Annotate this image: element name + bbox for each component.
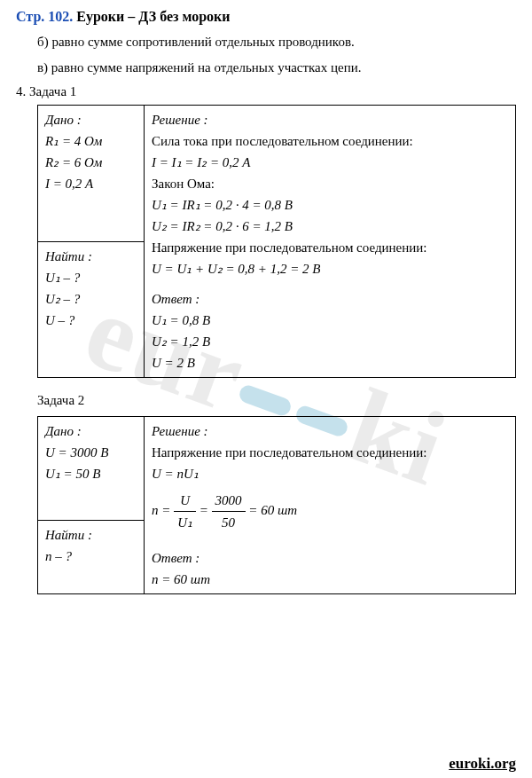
- solution-line: Напряжение при последовательном соединен…: [152, 237, 508, 258]
- frac-lead: n =: [152, 502, 174, 516]
- solution-line: Закон Ома:: [152, 173, 508, 194]
- task2-find-cell: Найти : n – ?: [38, 520, 145, 593]
- answer-header: Ответ :: [152, 547, 508, 569]
- fraction: 3000 50: [212, 490, 246, 533]
- fraction: U U₁: [174, 490, 196, 533]
- solution-line: I = I₁ = I₂ = 0,2 А: [152, 152, 508, 173]
- solution-line: U = U₁ + U₂ = 0,8 + 1,2 = 2 В: [152, 258, 508, 279]
- solution-line: Напряжение при последовательном соединен…: [152, 442, 508, 463]
- page-content: Стр. 102. Еуроки – ДЗ без мороки б) равн…: [0, 0, 532, 594]
- given-line: R₂ = 6 Ом: [45, 152, 137, 173]
- title-rest: Еуроки – ДЗ без мороки: [73, 9, 230, 24]
- frac-den: U₁: [174, 512, 196, 533]
- frac-num: U: [174, 490, 196, 512]
- task1-given-cell: Дано : R₁ = 4 Ом R₂ = 6 Ом I = 0,2 А: [38, 106, 145, 242]
- solution-header: Решение :: [152, 420, 508, 442]
- solution-header: Решение :: [152, 109, 508, 130]
- given-line: R₁ = 4 Ом: [45, 130, 137, 152]
- find-line: n – ?: [45, 546, 137, 567]
- frac-den: 50: [212, 512, 246, 533]
- title-page-ref: Стр. 102.: [16, 9, 73, 24]
- solution-line: U₂ = IR₂ = 0,2 · 6 = 1,2 В: [152, 216, 508, 237]
- solution-line: Сила тока при последовательном соединени…: [152, 130, 508, 152]
- given-header: Дано :: [45, 109, 137, 130]
- given-line: U = 3000 В: [45, 442, 137, 463]
- find-header: Найти :: [45, 246, 137, 267]
- frac-tail: = 60 шт: [248, 502, 297, 516]
- solution-fraction-line: n = U U₁ = 3000 50 = 60 шт: [152, 490, 508, 533]
- task2-table: Дано : U = 3000 В U₁ = 50 В Решение : На…: [37, 416, 516, 594]
- find-line: U – ?: [45, 310, 137, 331]
- solution-line: U₁ = IR₁ = 0,2 · 4 = 0,8 В: [152, 194, 508, 216]
- task2-solution-cell: Решение : Напряжение при последовательно…: [145, 416, 516, 593]
- solution-line: U = nU₁: [152, 463, 508, 484]
- page-title: Стр. 102. Еуроки – ДЗ без мороки: [16, 9, 516, 25]
- frac-eq: =: [200, 502, 212, 516]
- frac-num: 3000: [212, 490, 246, 512]
- find-header: Найти :: [45, 524, 137, 546]
- footer-link[interactable]: euroki.org: [449, 755, 516, 773]
- answer-b: б) равно сумме сопротивлений отдельных п…: [37, 32, 516, 52]
- answer-v: в) равно сумме напряжений на отдельных у…: [37, 58, 516, 78]
- given-line: I = 0,2 А: [45, 173, 137, 194]
- answer-header: Ответ :: [152, 288, 508, 310]
- task1-table: Дано : R₁ = 4 Ом R₂ = 6 Ом I = 0,2 А Реш…: [37, 105, 516, 378]
- task1-solution-cell: Решение : Сила тока при последовательном…: [145, 106, 516, 378]
- find-line: U₁ – ?: [45, 267, 137, 288]
- answer-line: U₁ = 0,8 В: [152, 310, 508, 331]
- find-line: U₂ – ?: [45, 288, 137, 310]
- given-line: U₁ = 50 В: [45, 463, 137, 484]
- task2-label: Задача 2: [37, 390, 516, 411]
- task1-label: 4. Задача 1: [16, 84, 516, 99]
- given-header: Дано :: [45, 420, 137, 442]
- answer-line: U₂ = 1,2 В: [152, 331, 508, 352]
- task2-given-cell: Дано : U = 3000 В U₁ = 50 В: [38, 416, 145, 520]
- answer-line: n = 60 шт: [152, 569, 508, 590]
- answer-line: U = 2 В: [152, 352, 508, 373]
- task1-find-cell: Найти : U₁ – ? U₂ – ? U – ?: [38, 241, 145, 378]
